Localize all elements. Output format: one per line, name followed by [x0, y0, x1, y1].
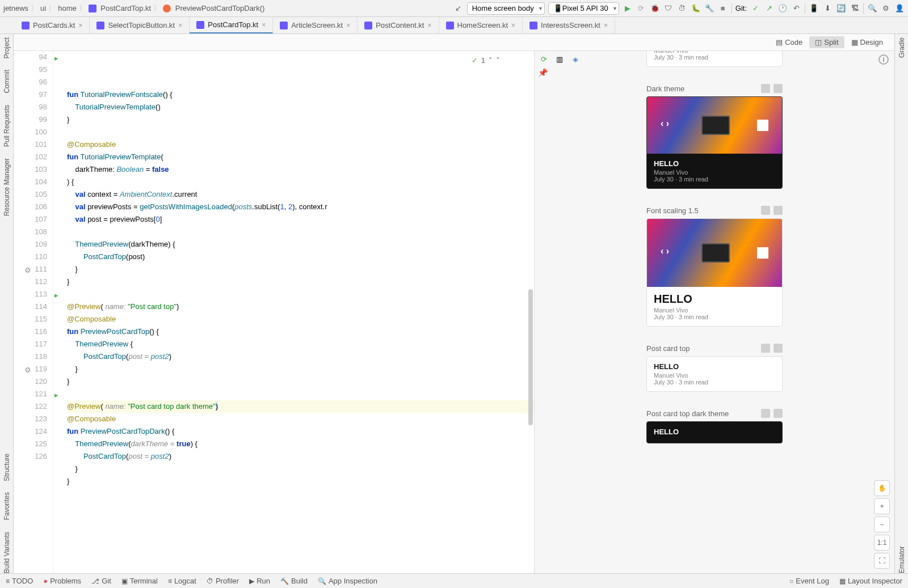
- function-icon: [163, 5, 171, 12]
- status-eventlog[interactable]: ○ Event Log: [789, 577, 829, 585]
- refresh-icon[interactable]: ⟳: [538, 53, 549, 65]
- search-icon[interactable]: 🔍: [867, 3, 877, 14]
- preview-title: Post card top: [646, 344, 690, 353]
- back-icon[interactable]: ↙: [453, 3, 464, 14]
- kotlin-file-icon: [196, 21, 204, 29]
- tool-gradle[interactable]: Gradle: [898, 37, 906, 58]
- kotlin-file-icon: [280, 22, 288, 29]
- tool-favorites[interactable]: Favorites: [3, 492, 11, 520]
- more-actions-icon[interactable]: 🔧: [704, 3, 714, 14]
- preview-item[interactable]: Post card top dark themeHELLO: [646, 409, 783, 443]
- status-appinspection[interactable]: 🔍 App Inspection: [318, 577, 377, 585]
- next-highlight-icon[interactable]: ˅: [496, 54, 500, 67]
- tab-postcardtop[interactable]: PostCardTop.kt×: [190, 17, 273, 33]
- deploy-icon[interactable]: [761, 409, 770, 418]
- inspection-hints[interactable]: ✓1 ˄ ˅: [472, 54, 500, 67]
- deploy-icon[interactable]: [761, 344, 770, 353]
- zoom-fit-button[interactable]: ⛶: [874, 553, 890, 569]
- close-icon[interactable]: ×: [178, 22, 182, 29]
- tool-resourcemanager[interactable]: Resource Manager: [3, 158, 11, 216]
- preview-title: Post card top dark theme: [646, 409, 729, 418]
- preview-item[interactable]: Manuel VivoJuly 30 · 3 min read: [646, 51, 783, 67]
- tool-commit[interactable]: Commit: [3, 70, 11, 93]
- tool-pullrequests[interactable]: Pull Requests: [3, 105, 11, 147]
- settings-icon[interactable]: ⚙: [881, 3, 891, 14]
- close-icon[interactable]: ×: [511, 22, 515, 29]
- run-config-dropdown[interactable]: Home screen body: [467, 2, 545, 15]
- git-rollback-icon[interactable]: ↶: [791, 3, 801, 14]
- kotlin-file-icon: [89, 5, 96, 12]
- status-problems[interactable]: ● Problems: [43, 577, 81, 585]
- status-layoutinspector[interactable]: ▦ Layout Inspector: [839, 577, 902, 585]
- view-mode-toggle: ▤ Code ◫ Split ▦ Design: [14, 34, 894, 51]
- avd-icon[interactable]: 📱: [809, 3, 819, 14]
- preview-item[interactable]: Font scaling 1.5‹ ›HELLOManuel VivoJuly …: [646, 206, 783, 327]
- scrollbar[interactable]: [527, 51, 534, 573]
- view-design-button[interactable]: ▦ Design: [846, 36, 889, 48]
- deploy-icon[interactable]: [761, 206, 770, 215]
- status-logcat[interactable]: ≡ Logcat: [168, 577, 196, 585]
- coverage-icon[interactable]: 🛡: [663, 3, 674, 14]
- close-icon[interactable]: ×: [427, 22, 431, 29]
- layers-icon[interactable]: ◈: [570, 53, 581, 65]
- status-run[interactable]: ▶ Run: [249, 577, 270, 585]
- prev-highlight-icon[interactable]: ˄: [489, 54, 493, 67]
- profiler-icon[interactable]: ⏱: [677, 3, 687, 14]
- tab-articlescreen[interactable]: ArticleScreen.kt×: [273, 17, 358, 33]
- pan-icon[interactable]: ✋: [874, 480, 890, 496]
- pin-icon[interactable]: 📌: [538, 68, 548, 77]
- git-push-icon[interactable]: ↗: [764, 3, 774, 14]
- apply-icon[interactable]: ⟳: [636, 3, 646, 14]
- git-commit-icon[interactable]: ✓: [750, 3, 760, 14]
- interactive-icon[interactable]: [774, 344, 783, 353]
- view-code-button[interactable]: ▤ Code: [770, 36, 808, 48]
- status-todo[interactable]: ≡ TODO: [6, 577, 33, 585]
- code-content[interactable]: ✓1 ˄ ˅ fun TutorialPreviewFontscale() { …: [53, 51, 534, 573]
- debug-icon[interactable]: 🐞: [650, 3, 660, 14]
- tab-postcontent[interactable]: PostContent.kt×: [358, 17, 439, 33]
- status-git[interactable]: ⎇ Git: [91, 577, 111, 585]
- close-icon[interactable]: ×: [262, 21, 266, 29]
- gutter: 94▸9596979899100101102103104105106107108…: [14, 51, 53, 573]
- close-icon[interactable]: ×: [346, 22, 350, 29]
- stop-icon[interactable]: ■: [718, 3, 728, 14]
- tool-buildvariants[interactable]: Build Variants: [3, 532, 11, 573]
- device-dropdown[interactable]: 📱 Pixel 5 API 30: [548, 2, 619, 15]
- sdk-icon[interactable]: ⬇: [822, 3, 833, 14]
- zoom-out-button[interactable]: −: [874, 517, 890, 532]
- git-history-icon[interactable]: 🕐: [777, 3, 788, 14]
- deploy-icon[interactable]: [761, 84, 770, 93]
- zoom-reset-button[interactable]: 1:1: [874, 535, 890, 551]
- code-editor[interactable]: 94▸9596979899100101102103104105106107108…: [14, 51, 534, 573]
- tool-project[interactable]: Project: [3, 37, 11, 58]
- structure-icon[interactable]: 🏗: [850, 3, 860, 14]
- status-build[interactable]: 🔨 Build: [280, 577, 308, 585]
- editor-tabs: PostCards.kt× SelectTopicButton.kt× Post…: [0, 17, 908, 34]
- zoom-in-button[interactable]: +: [874, 498, 890, 514]
- user-icon[interactable]: 👤: [894, 3, 905, 14]
- close-icon[interactable]: ×: [78, 22, 82, 29]
- sync-icon[interactable]: 🔄: [836, 3, 846, 14]
- attach-debugger-icon[interactable]: 🐛: [691, 3, 701, 14]
- interactive-icon[interactable]: ▥: [554, 53, 565, 65]
- tool-emulator[interactable]: Emulator: [898, 546, 906, 573]
- tab-homescreen[interactable]: HomeScreen.kt×: [439, 17, 523, 33]
- tab-interestsscreen[interactable]: InterestsScreen.kt×: [523, 17, 615, 33]
- status-terminal[interactable]: ▣ Terminal: [121, 577, 158, 585]
- view-split-button[interactable]: ◫ Split: [809, 36, 844, 48]
- interactive-icon[interactable]: [774, 206, 783, 215]
- breadcrumb[interactable]: jetnews〉 ui〉 home〉 PostCardTop.kt〉 Previ…: [3, 3, 264, 14]
- tab-postcards[interactable]: PostCards.kt×: [15, 17, 90, 33]
- preview-title: Dark theme: [646, 84, 684, 93]
- preview-item[interactable]: Dark theme‹ ›HELLOManuel VivoJuly 30 · 3…: [646, 84, 783, 189]
- tab-selecttopic[interactable]: SelectTopicButton.kt×: [90, 17, 190, 33]
- status-profiler[interactable]: ⏱ Profiler: [207, 577, 239, 585]
- preview-item[interactable]: Post card topHELLOManuel VivoJuly 30 · 3…: [646, 344, 783, 392]
- interactive-icon[interactable]: [774, 84, 783, 93]
- interactive-icon[interactable]: [774, 409, 783, 418]
- tool-structure[interactable]: Structure: [3, 454, 11, 481]
- preview-toolbar: ⟳ ▥ ◈: [538, 53, 581, 65]
- run-icon[interactable]: ▶: [623, 3, 633, 14]
- info-icon[interactable]: i: [878, 54, 889, 65]
- close-icon[interactable]: ×: [604, 22, 608, 29]
